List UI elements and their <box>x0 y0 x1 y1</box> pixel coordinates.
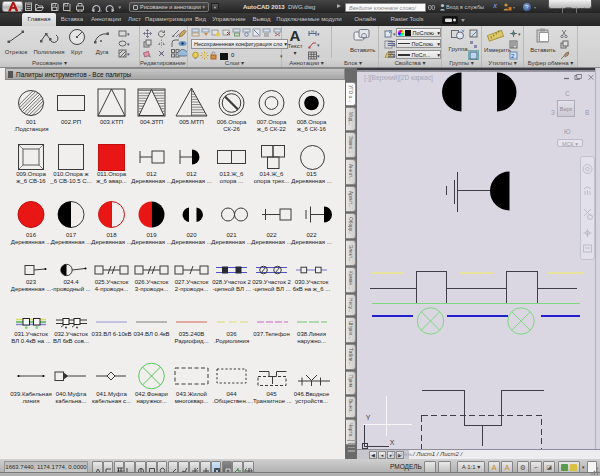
svg-text:3-проводн...: 3-проводн... <box>135 286 169 292</box>
svg-text:025.Участок: 025.Участок <box>95 279 129 285</box>
svg-text:004.ЗТП: 004.ЗТП <box>140 119 163 125</box>
svg-text:015: 015 <box>306 171 317 177</box>
svg-text:ВЛ 0.4кВ на ...: ВЛ 0.4кВ на ... <box>11 338 51 344</box>
svg-text:023: 023 <box>26 279 37 285</box>
svg-text:Деревянная ...: Деревянная ... <box>11 286 52 292</box>
svg-text:022: 022 <box>266 232 277 238</box>
svg-text:линия: линия <box>23 398 40 404</box>
svg-text:005.МТП: 005.МТП <box>179 119 204 125</box>
svg-text:Y: Y <box>366 414 371 421</box>
svg-text:031.Участок: 031.Участок <box>14 331 48 337</box>
svg-text:040.Муфта: 040.Муфта <box>56 391 87 397</box>
svg-text:Деревянная ...: Деревянная ... <box>91 239 132 245</box>
svg-text:006.Опора: 006.Опора <box>217 119 247 125</box>
svg-text:-проводный ...: -проводный ... <box>51 286 91 292</box>
svg-text:043.Жилой: 043.Жилой <box>176 391 207 397</box>
svg-text:018: 018 <box>106 232 117 238</box>
svg-text:042.Фонари: 042.Фонари <box>135 391 168 397</box>
svg-text:устройств...: устройств... <box>295 398 328 404</box>
svg-text:007.Опора: 007.Опора <box>257 119 287 125</box>
svg-text:012: 012 <box>186 171 197 177</box>
svg-text:опора трех...: опора трех... <box>254 178 290 184</box>
svg-text:.Обществен...: .Обществен... <box>212 398 251 404</box>
svg-text:Деревянная ...: Деревянная ... <box>131 178 172 184</box>
svg-text:.Родиолиния: .Родиолиния <box>214 338 249 344</box>
svg-text:Деревянная ...: Деревянная ... <box>251 239 292 245</box>
svg-text:038.Линия: 038.Линия <box>297 331 326 337</box>
svg-text:022: 022 <box>306 232 317 238</box>
svg-text:кабельная с...: кабельная с... <box>92 398 131 404</box>
svg-text:_6 СВ-10.5 С...: _6 СВ-10.5 С... <box>49 178 92 184</box>
svg-text:Деревянная ...: Деревянная ... <box>171 239 212 245</box>
svg-text:016: 016 <box>26 232 37 238</box>
svg-text:-цепной ВЛ ...: -цепной ВЛ ... <box>212 286 250 292</box>
svg-text:ж_6 СК-16: ж_6 СК-16 <box>297 126 327 132</box>
svg-text:Деревянная ...: Деревянная ... <box>11 239 52 245</box>
svg-text:026.Участок: 026.Участок <box>135 279 169 285</box>
svg-text:041.Муфта: 041.Муфта <box>96 391 127 397</box>
svg-text:003.КТП: 003.КТП <box>100 119 123 125</box>
svg-text:.Подстанция: .Подстанция <box>13 126 48 132</box>
svg-text:045: 045 <box>266 391 277 397</box>
svg-text:027.Участок: 027.Участок <box>175 279 209 285</box>
svg-text:024.4: 024.4 <box>63 279 79 285</box>
svg-text:4-проводн...: 4-проводн... <box>95 286 129 292</box>
svg-text:010.Опора ж: 010.Опора ж <box>53 171 88 177</box>
svg-text:ВЛ 6кВ сов...: ВЛ 6кВ сов... <box>53 338 89 344</box>
svg-text:H: H <box>311 29 314 34</box>
svg-text:028.Участок 2: 028.Участок 2 <box>212 279 251 285</box>
svg-text:Деревянная ...: Деревянная ... <box>291 178 332 184</box>
svg-text:009.Опора: 009.Опора <box>16 171 46 177</box>
svg-text:008.Опора: 008.Опора <box>297 119 327 125</box>
svg-text:011.Опора: 011.Опора <box>97 171 127 177</box>
svg-text:046.Вводное: 046.Вводное <box>294 391 330 397</box>
svg-text:.Транзитное ...: .Транзитное ... <box>251 398 292 404</box>
svg-text:020: 020 <box>186 232 197 238</box>
svg-text:-цепной ВЛ ...: -цепной ВЛ ... <box>252 286 290 292</box>
svg-text:039.Кабельная: 039.Кабельная <box>10 391 52 397</box>
svg-text:кабельна...: кабельна... <box>56 398 87 404</box>
svg-text:033.ВЛ 6-10кВ: 033.ВЛ 6-10кВ <box>92 331 132 337</box>
svg-text:6кВ на ж_6 ...: 6кВ на ж_6 ... <box>293 286 331 292</box>
svg-text:наружно...: наружно... <box>297 338 326 344</box>
svg-text:019: 019 <box>146 232 157 238</box>
svg-text:017: 017 <box>66 232 77 238</box>
svg-text:X: X <box>390 439 395 446</box>
svg-text:036: 036 <box>226 331 237 337</box>
svg-text:030.Участок: 030.Участок <box>295 279 329 285</box>
svg-text:опора ...: опора ... <box>220 178 244 184</box>
svg-text:044: 044 <box>226 391 237 397</box>
svg-text:034.ВЛ 0.4кВ: 034.ВЛ 0.4кВ <box>133 331 169 337</box>
svg-text:Деревянная ...: Деревянная ... <box>291 239 332 245</box>
svg-text:013.Ж_6: 013.Ж_6 <box>220 171 245 177</box>
svg-text:Деревянная ...: Деревянная ... <box>211 239 252 245</box>
svg-text:ж_6 СК-22: ж_6 СК-22 <box>257 126 287 132</box>
svg-text:СК-26: СК-26 <box>223 126 240 132</box>
svg-text:наружног...: наружног... <box>136 398 166 404</box>
svg-text:029.Участок 2: 029.Участок 2 <box>252 279 291 285</box>
svg-text:2-проводн...: 2-проводн... <box>175 286 209 292</box>
svg-text:001: 001 <box>26 119 37 125</box>
svg-text:ж_6 СВ-16: ж_6 СВ-16 <box>16 178 46 184</box>
svg-text:014.Ж_6: 014.Ж_6 <box>260 171 285 177</box>
svg-text:многоквар...: многоквар... <box>175 398 209 404</box>
svg-text:021: 021 <box>226 232 237 238</box>
svg-text:035.240В: 035.240В <box>179 331 205 337</box>
svg-text:012: 012 <box>146 171 157 177</box>
svg-text:Деревянная ...: Деревянная ... <box>171 178 212 184</box>
svg-text:Радиофид...: Радиофид... <box>174 338 208 344</box>
svg-text:032.Участок: 032.Участок <box>54 331 88 337</box>
svg-text:002.РП: 002.РП <box>61 119 81 125</box>
svg-text:037.Телефон: 037.Телефон <box>253 331 290 337</box>
svg-text:Деревянная ...: Деревянная ... <box>51 239 92 245</box>
svg-text:Деревянная ...: Деревянная ... <box>131 239 172 245</box>
svg-text:ж_6 авар...: ж_6 авар... <box>96 178 127 184</box>
